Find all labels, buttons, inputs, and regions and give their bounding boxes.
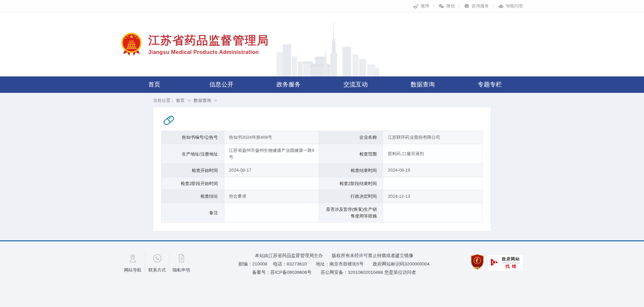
party-gov-badge[interactable]: 党政机关	[470, 254, 484, 271]
field-value: 江苏联环药业股份有限公司	[383, 131, 483, 144]
table-row: 检查结论 符合要求 行政决定时间 2024-12-13	[162, 190, 483, 203]
breadcrumb-bar: 当前位置： 首页 > 数据查询 >	[0, 93, 644, 107]
main-navigation: 首页 信息公开 政务服务 交流互动 数据查询 专题专栏	[0, 76, 644, 93]
consult-service-label: 咨询服务	[472, 3, 489, 9]
table-row: 备注 是否涉及暂停(恢复)生产销售使用等措施	[162, 203, 483, 223]
weibo-link[interactable]: 微博	[413, 3, 429, 9]
logo-text: 江苏省药品监督管理局 Jiangsu Medical Products Admi…	[148, 34, 269, 55]
footer-info-line-1: 本站由江苏省药品监督管理局主办 版权所有未经许可禁止转载或者建立镜像	[207, 251, 462, 260]
content-area: 告知书编号/公告号 告知书2024年第408号 企业名称 江苏联环药业股份有限公…	[0, 107, 644, 240]
footer-badges: 党政机关 政府网站 找错	[470, 254, 523, 271]
field-label: 告知书编号/公告号	[162, 131, 224, 144]
site-logo[interactable]: 江苏省药品监督管理局 Jiangsu Medical Products Admi…	[121, 32, 269, 57]
topbar-divider	[434, 4, 434, 8]
field-label: 检查结论	[162, 190, 224, 203]
party-gov-badge-label: 党政机关	[473, 266, 482, 269]
field-label: 检查2阶段开始时间	[162, 177, 224, 190]
field-label: 检查结束时间	[319, 164, 383, 177]
field-value: 告知书2024年第408号	[224, 131, 319, 144]
breadcrumb-link-home[interactable]: 首页	[176, 98, 185, 103]
inspection-detail-panel: 告知书编号/公告号 告知书2024年第408号 企业名称 江苏联环药业股份有限公…	[153, 107, 491, 232]
nav-item-home[interactable]: 首页	[121, 76, 188, 93]
field-value	[224, 177, 319, 190]
nav-item-special-columns[interactable]: 专题专栏	[456, 76, 523, 93]
field-label: 是否涉及暂停(恢复)生产销售使用等措施	[319, 203, 383, 223]
site-title: 江苏省药品监督管理局	[148, 34, 269, 47]
wechat-label: 微信	[446, 3, 455, 9]
footer-info: 本站由江苏省药品监督管理局主办 版权所有未经许可禁止转载或者建立镜像 邮编：21…	[207, 251, 462, 277]
breadcrumb-separator: >	[214, 98, 217, 103]
site-header: 江苏省药品监督管理局 Jiangsu Medical Products Admi…	[0, 12, 644, 76]
nav-item-info-disclosure[interactable]: 信息公开	[188, 76, 255, 93]
wechat-link[interactable]: 微信	[438, 3, 455, 9]
field-value: 2024-12-13	[383, 190, 483, 203]
table-row: 告知书编号/公告号 告知书2024年第408号 企业名称 江苏联环药业股份有限公…	[162, 131, 483, 144]
table-row: 生产地址/注册地址 江苏省扬州市扬州生物健康产业园健康一路9号 检查范围 原料药…	[162, 144, 483, 164]
field-label: 检查开始时间	[162, 164, 224, 177]
weibo-icon	[413, 3, 419, 9]
site-footer: 网站导航 联系方式 隐	[0, 241, 644, 307]
smart-qa-label: 智能问答	[506, 3, 523, 9]
national-emblem-icon	[121, 32, 142, 57]
breadcrumb-separator: >	[188, 98, 191, 103]
consult-service-link[interactable]: 咨询服务	[464, 3, 489, 9]
magnifier-flag-icon	[490, 258, 499, 268]
inspection-detail-table: 告知书编号/公告号 告知书2024年第408号 企业名称 江苏联环药业股份有限公…	[161, 131, 483, 223]
robot-icon	[498, 3, 504, 9]
breadcrumb: 当前位置： 首页 > 数据查询 >	[153, 98, 491, 104]
site-subtitle: Jiangsu Medical Products Administration	[148, 49, 269, 55]
footer-info-line-2: 邮编：210008 电话：83273610 地址：南京市鼓楼街5号 政府网站标识…	[207, 260, 462, 268]
wechat-icon	[438, 3, 444, 9]
weibo-label: 微博	[421, 3, 429, 9]
nav-item-gov-services[interactable]: 政务服务	[255, 76, 322, 93]
city-skyline-graphic	[274, 19, 379, 76]
top-utility-bar: 微博 微信 咨询服务	[0, 0, 644, 12]
field-label: 生产地址/注册地址	[162, 144, 224, 164]
privacy-link[interactable]: 隐私申明	[169, 253, 193, 273]
field-value	[224, 203, 319, 223]
footer-info-line-3: 备案号：苏ICP备09039606号 苏公网安备：32010602010488 …	[207, 268, 462, 277]
gov-site-error-badge-text: 政府网站 找错	[502, 256, 520, 269]
field-value: 2024-08-19	[383, 164, 483, 177]
field-value: 原料药,口服溶液剂	[383, 144, 483, 164]
footer-quick-links: 网站导航 联系方式 隐	[121, 253, 193, 273]
field-label: 检查范围	[319, 144, 383, 164]
nav-item-data-query[interactable]: 数据查询	[389, 76, 456, 93]
breadcrumb-link-data-query[interactable]: 数据查询	[194, 98, 211, 103]
pill-icon	[161, 113, 176, 127]
site-map-link[interactable]: 网站导航	[121, 253, 145, 273]
privacy-document-icon	[169, 253, 193, 263]
table-row: 检查2阶段开始时间 检查2阶段结束时间	[162, 177, 483, 190]
field-label: 备注	[162, 203, 224, 223]
contact-label: 联系方式	[145, 267, 169, 273]
field-value: 符合要求	[224, 190, 319, 203]
field-label: 行政决定时间	[319, 190, 383, 203]
gov-site-error-line1: 政府网站	[502, 256, 520, 263]
field-value: 江苏省扬州市扬州生物健康产业园健康一路9号	[224, 144, 319, 164]
contact-link[interactable]: 联系方式	[145, 253, 169, 273]
topbar-divider	[493, 4, 494, 8]
privacy-label: 隐私申明	[169, 267, 193, 273]
table-row: 检查开始时间 2024-08-17 检查结束时间 2024-08-19	[162, 164, 483, 177]
field-label: 检查2阶段结束时间	[319, 177, 383, 190]
breadcrumb-prefix: 当前位置：	[153, 98, 175, 103]
site-map-label: 网站导航	[121, 267, 145, 273]
smart-qa-link[interactable]: 智能问答	[498, 3, 523, 9]
nav-item-interaction[interactable]: 交流互动	[322, 76, 389, 93]
phone-icon	[145, 253, 169, 263]
field-label: 企业名称	[319, 131, 383, 144]
gov-site-error-badge[interactable]: 政府网站 找错	[487, 254, 523, 271]
gov-site-error-line2: 找错	[503, 264, 519, 269]
field-value	[383, 203, 483, 223]
speech-bubble-icon	[464, 3, 470, 9]
field-value	[383, 177, 483, 190]
map-pin-icon	[121, 253, 145, 263]
field-value: 2024-08-17	[224, 164, 319, 177]
topbar-divider	[459, 4, 460, 8]
